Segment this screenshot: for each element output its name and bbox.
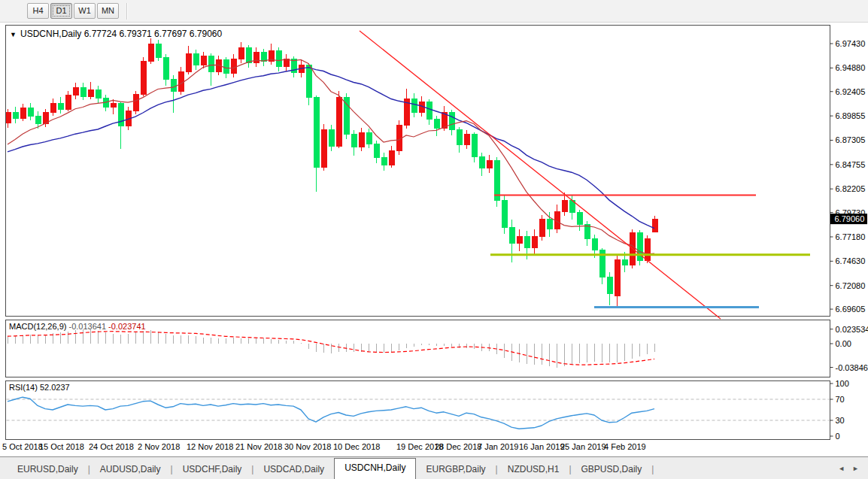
chart-tabs: EURUSD,Daily|AUDUSD,Daily|USDCHF,Daily|U…: [0, 457, 654, 479]
rsi-label: RSI(14) 52.0237: [9, 383, 70, 392]
tab-audusd[interactable]: AUDUSD,Daily: [90, 460, 171, 479]
tab-eurusd[interactable]: EURUSD,Daily: [8, 460, 88, 479]
rsi-tick-label: 70: [836, 395, 845, 404]
timeframe-button-d1[interactable]: D1: [50, 3, 72, 19]
date-tick-label: 25 Jan 2019: [560, 442, 606, 451]
scroll-tabs-left-icon[interactable]: ◄: [838, 465, 845, 472]
price-tick-label: 6.84755: [836, 160, 866, 169]
symbol-label: USDCNH,Daily 6.77724 6.79371 6.77697 6.7…: [20, 29, 223, 39]
price-tick-label: 6.97430: [836, 39, 866, 48]
rsi-tick-label: 0: [836, 432, 840, 441]
price-tick-label: 6.89855: [836, 111, 866, 120]
tab-scroll-arrows: ◄ ►: [838, 457, 868, 479]
pane-border-rsi: [6, 381, 830, 440]
tab-usdcnh[interactable]: USDCNH,Daily: [334, 458, 416, 479]
timeframe-button-mn[interactable]: MN: [97, 3, 119, 19]
price-tick-label: 6.94880: [836, 63, 866, 72]
timeframe-button-w1[interactable]: W1: [74, 3, 96, 19]
date-tick-label: 28 Dec 2018: [435, 442, 481, 451]
price-tick-label: 6.92405: [836, 87, 866, 96]
pane-border-main: [6, 26, 830, 317]
date-tick-label: 2 Nov 2018: [138, 442, 180, 451]
macd-tick-label: 0.00: [836, 339, 851, 348]
macd-tick-label: -0.038466: [836, 363, 868, 372]
date-tick-label: 15 Oct 2018: [39, 442, 84, 451]
date-tick-label: 24 Oct 2018: [89, 442, 134, 451]
time-axis[interactable]: 5 Oct 201815 Oct 201824 Oct 20182 Nov 20…: [2, 442, 646, 451]
chart-window: ▼USDCNH,Daily 6.77724 6.79371 6.77697 6.…: [0, 23, 868, 456]
date-tick-label: 21 Nov 2018: [235, 442, 282, 451]
chart-tab-bar: EURUSD,Daily|AUDUSD,Daily|USDCHF,Daily|U…: [0, 456, 868, 479]
date-tick-label: 5 Oct 2018: [2, 442, 43, 451]
price-tick-label: 6.77180: [836, 232, 866, 241]
price-tick-label: 6.74630: [836, 256, 866, 265]
date-tick-label: 30 Nov 2018: [284, 442, 331, 451]
price-tick-label: 6.69605: [836, 305, 866, 314]
macd-label: MACD(12,26,9) -0.013641 -0.023741: [9, 322, 146, 331]
tab-separator: |: [651, 460, 654, 479]
chart-canvas[interactable]: ▼USDCNH,Daily 6.77724 6.79371 6.77697 6.…: [0, 23, 868, 456]
toolbar-separator: [126, 3, 128, 20]
date-tick-label: 4 Feb 2019: [604, 442, 646, 451]
macd-tick-label: 0.023534: [836, 325, 868, 334]
price-tick-label: 6.87305: [836, 135, 866, 144]
tab-usdchf[interactable]: USDCHF,Daily: [173, 460, 252, 479]
date-tick-label: 16 Jan 2019: [519, 442, 565, 451]
price-tick-label: 6.72080: [836, 281, 866, 290]
chart-title: ▼USDCNH,Daily 6.77724 6.79371 6.77697 6.…: [10, 29, 223, 39]
tab-gbpusd[interactable]: GBPUSD,Daily: [572, 460, 652, 479]
timeframe-button-h4[interactable]: H4: [27, 3, 49, 19]
date-tick-label: 7 Jan 2019: [478, 442, 518, 451]
scroll-tabs-right-icon[interactable]: ►: [852, 465, 859, 472]
price-tick-label: 6.82205: [836, 184, 866, 193]
rsi-tick-label: 100: [836, 379, 849, 388]
date-tick-label: 12 Nov 2018: [187, 442, 233, 451]
tab-eurgbp[interactable]: EURGBP,Daily: [416, 460, 495, 479]
symbol-dropdown-icon[interactable]: ▼: [10, 31, 17, 38]
rsi-tick-label: 30: [836, 416, 845, 425]
mt4-workspace: H4D1W1MN ▼USDCNH,Daily 6.77724 6.79371 6…: [0, 0, 868, 479]
tab-usdcad[interactable]: USDCAD,Daily: [253, 460, 334, 479]
date-tick-label: 10 Dec 2018: [333, 442, 380, 451]
tab-nzdusd[interactable]: NZDUSD,H1: [498, 460, 569, 479]
current-price-value: 6.79060: [835, 214, 865, 223]
timeframe-toolbar: H4D1W1MN: [0, 0, 868, 23]
